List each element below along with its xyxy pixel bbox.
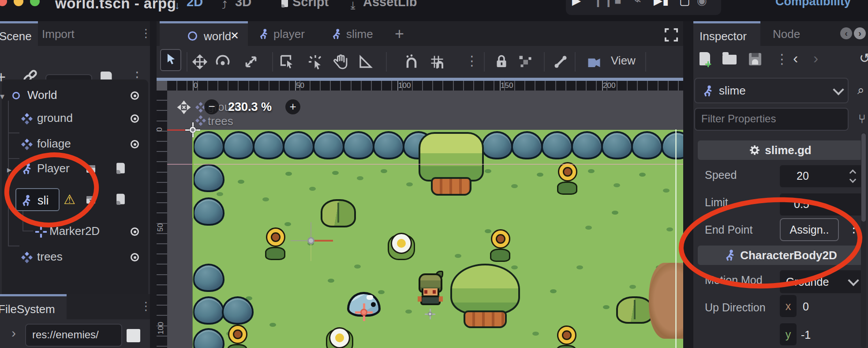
edited-node-selector[interactable]: slime [694, 78, 849, 103]
scale-tool-icon[interactable] [243, 54, 259, 70]
tab-inspector[interactable]: Inspector [693, 21, 760, 46]
tree-row-foliage[interactable]: foliage [2, 138, 150, 151]
tree-row-trees[interactable]: trees [2, 251, 150, 264]
assign-button[interactable]: Assign.. [780, 218, 839, 241]
nav-forward-icon[interactable]: › [11, 325, 16, 340]
zoom-out-button[interactable]: − [204, 99, 219, 114]
workspace-tab-3d[interactable]: 3D [235, 0, 251, 9]
maximize-traffic-light[interactable] [30, 0, 40, 6]
play-button[interactable]: ▶ [572, 0, 581, 8]
scene-dock-menu-icon[interactable]: ⋮ [140, 26, 150, 40]
filesystem-path-box[interactable] [25, 324, 122, 347]
node-rename-field[interactable] [15, 188, 60, 211]
open-scene-icon[interactable] [86, 196, 95, 204]
minimize-traffic-light[interactable] [14, 0, 23, 6]
select-tool-button[interactable] [160, 49, 181, 71]
canvas-area[interactable]: ground trees − 230.3 % + [167, 91, 683, 348]
scene-tab-world[interactable]: world ✕ [160, 21, 248, 46]
list-select-icon[interactable] [279, 54, 295, 70]
inspector-menu-icon[interactable]: ⋮ [775, 51, 789, 67]
script-section-header[interactable]: slime.gd [698, 140, 863, 160]
visibility-eye-icon[interactable] [131, 114, 139, 123]
workspace-tab-assetlib[interactable]: AssetLib [363, 0, 417, 9]
play-scene-button[interactable]: ▶▮ [654, 0, 669, 8]
view-menu-button[interactable]: View [611, 54, 636, 68]
up-direction-x-value[interactable]: 0 [803, 300, 809, 313]
play-custom-scene-button[interactable]: ▢ [679, 0, 690, 8]
save-icon[interactable] [749, 53, 761, 65]
history-back-arrow-icon[interactable]: ‹ [793, 49, 798, 67]
snap-select-icon[interactable] [307, 54, 323, 70]
snap-options-menu-icon[interactable]: ⋮ [465, 53, 479, 68]
grid-snap-icon[interactable] [429, 54, 445, 70]
zoom-level-value[interactable]: 230.3 % [228, 100, 272, 114]
pan-tool-icon[interactable] [333, 54, 349, 70]
move-tool-icon[interactable] [192, 54, 208, 70]
scene-tab-slime[interactable]: slime [324, 21, 386, 46]
workspace-tab-2d[interactable]: 2D [187, 0, 203, 9]
open-scene-icon[interactable] [86, 165, 95, 173]
filesystem-menu-icon[interactable]: ⋮ [140, 299, 150, 313]
dock-splitter-right[interactable] [683, 21, 693, 348]
history-forward-arrow-icon[interactable]: › [813, 49, 818, 67]
inspector-filter-box[interactable] [694, 108, 849, 131]
tree-row-marker2d[interactable]: Marker2D [2, 225, 150, 238]
limit-value-box[interactable]: 0.5 [780, 193, 863, 216]
node-rename-input[interactable] [37, 193, 59, 208]
close-tab-icon[interactable]: ✕ [230, 30, 239, 42]
visibility-eye-icon[interactable] [131, 227, 139, 236]
history-forward-icon[interactable]: › [854, 27, 866, 39]
workspace-tab-script[interactable]: Script [292, 0, 329, 9]
visibility-eye-icon[interactable] [131, 253, 139, 261]
close-traffic-light[interactable] [0, 0, 7, 6]
load-resource-folder-icon[interactable] [722, 55, 737, 64]
warning-icon[interactable]: ⚠ [64, 192, 75, 207]
renderer-selector[interactable]: Compatibility [775, 0, 851, 8]
script-icon[interactable] [117, 163, 125, 174]
expand-caret-icon[interactable]: ▸ [7, 164, 11, 175]
script-icon[interactable] [117, 194, 125, 204]
visibility-eye-icon[interactable] [131, 91, 139, 100]
smart-snap-icon[interactable] [404, 54, 419, 70]
property-options-icon[interactable]: ⋮ [848, 221, 860, 235]
file-icon[interactable] [127, 329, 140, 342]
scene-tab-player[interactable]: player [251, 21, 318, 46]
filesystem-path-input[interactable] [31, 328, 118, 341]
remote-debug-button[interactable]: ⌁ [634, 0, 641, 8]
2d-viewport[interactable]: 0 50 100 150 200 0 50 100 [157, 78, 683, 348]
history-icon[interactable]: ↺ [859, 50, 868, 66]
new-scene-tab-button[interactable]: + [395, 25, 404, 43]
movie-maker-button[interactable]: ◉ [697, 0, 707, 8]
visibility-eye-icon[interactable] [131, 140, 139, 148]
spinner-icon[interactable] [849, 171, 857, 181]
dock-splitter-left[interactable] [150, 21, 157, 348]
tab-import[interactable]: Import [42, 27, 75, 41]
tab-filesystem[interactable]: FileSystem [0, 294, 67, 319]
inspector-scrollbar[interactable] [861, 132, 866, 348]
fullscreen-icon[interactable] [665, 28, 678, 42]
lock-icon[interactable] [494, 54, 509, 70]
layer-label-trees[interactable]: trees [208, 114, 233, 128]
zoom-in-button[interactable]: + [285, 99, 300, 114]
pause-button[interactable]: ❙❙ [593, 0, 614, 8]
stop-button[interactable]: ■ [614, 0, 621, 8]
center-view-icon[interactable] [177, 100, 191, 114]
search-docs-icon[interactable]: ⌕ [857, 83, 864, 98]
tools-icon[interactable]: ⑂ [858, 112, 866, 126]
tab-scene[interactable]: Scene [0, 21, 38, 46]
rotate-tool-icon[interactable] [215, 54, 231, 70]
tree-row-ground[interactable]: ground [2, 112, 150, 125]
camera-override-icon[interactable] [586, 54, 602, 70]
history-back-icon[interactable]: ‹ [840, 27, 852, 39]
group-icon[interactable] [517, 54, 533, 70]
speed-value-box[interactable]: 20 [780, 165, 863, 187]
new-resource-icon[interactable]: + [700, 52, 710, 65]
player-sprite[interactable] [417, 273, 444, 308]
tree-row-slime[interactable]: ⚠ [2, 188, 150, 212]
motion-mode-dropdown[interactable]: Grounde [780, 270, 863, 293]
tree-row-world[interactable]: ▾ World [2, 89, 150, 102]
measure-tool-icon[interactable] [358, 54, 374, 70]
up-direction-y-value[interactable]: -1 [801, 329, 811, 341]
inspector-filter-input[interactable] [700, 112, 826, 125]
tree-row-player[interactable]: ▸ Player [2, 163, 150, 176]
